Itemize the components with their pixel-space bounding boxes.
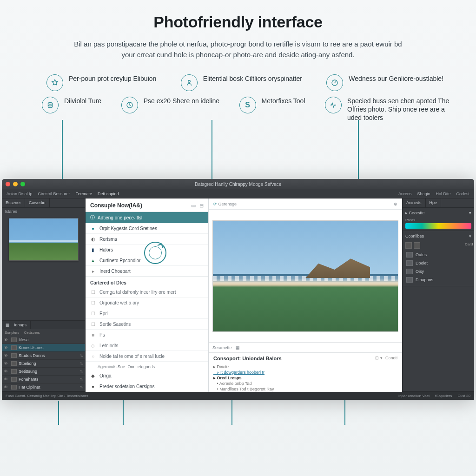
item-label: Eprl xyxy=(99,311,108,316)
checkbox-icon[interactable]: ☐ xyxy=(90,321,96,327)
tab[interactable]: Esserier xyxy=(2,198,25,207)
callout-text: Per-poun prot creylup Elibuion xyxy=(69,74,156,83)
checkbox-icon[interactable]: ☐ xyxy=(90,289,96,295)
layer-row[interactable]: 👁KonesUstnes xyxy=(2,344,85,352)
sub-item[interactable]: ☐Eprl xyxy=(86,308,208,319)
expand-icon[interactable]: ⊕ xyxy=(394,202,397,206)
swatch[interactable] xyxy=(405,242,412,249)
panel-subtab[interactable]: Cettsoers xyxy=(24,331,40,335)
layer-label: Studes Danns xyxy=(19,353,45,358)
menu-item[interactable]: Hol Dite xyxy=(436,192,450,196)
panel-item[interactable]: Oisy xyxy=(405,267,471,276)
layer-row[interactable]: 👁Fonehants⇅ xyxy=(2,376,85,383)
layer-row[interactable]: 👁Studes Danns⇅ xyxy=(2,352,85,360)
selected-option[interactable]: ⓘ Adtieng one pece- tlsl xyxy=(86,212,208,223)
chevron-icon: ⇅ xyxy=(80,354,83,358)
item-label: Orrga xyxy=(99,373,112,378)
option-item[interactable]: ▮Halors xyxy=(86,245,208,255)
bottom-list-item[interactable]: • Mandlises Tod t Begorett Ray xyxy=(213,386,397,392)
sub-item[interactable]: ☐Cernga tal dsfronly ineer liry ore mert xyxy=(86,287,208,298)
menu-item[interactable]: Aurens xyxy=(398,192,412,196)
tab[interactable]: Hpe xyxy=(426,198,442,207)
action-label[interactable]: Card xyxy=(465,242,471,249)
menu-item[interactable]: Anian Disol Ip xyxy=(7,192,33,196)
sub-item[interactable]: ○Nolde tal te ome of s rerall lucle xyxy=(86,351,208,362)
bottom-list-item[interactable]: • Aoresle onbp Tad xyxy=(213,381,397,386)
callout-bottom-2: S Metorfixes Tool xyxy=(239,97,305,122)
item-label: Rertsrns xyxy=(99,237,117,242)
panel-action-icon[interactable]: ▭ xyxy=(191,203,196,209)
titlebar[interactable]: Datsgred Hanlly Chirappy Mooge Sefvace xyxy=(2,179,474,189)
option-item[interactable]: ▲Curtineto Ppcondior xyxy=(86,255,208,266)
sub-item[interactable]: ☐Sertle Sasetins xyxy=(86,319,208,330)
layer-row[interactable]: 👁Setittsung⇅ xyxy=(2,368,85,376)
panel-subtab[interactable]: Sonplers xyxy=(5,331,20,335)
menu-icon[interactable]: ▾ xyxy=(469,234,471,238)
layer-swatch xyxy=(11,377,17,382)
tab[interactable]: Anineds xyxy=(403,198,426,207)
bottom-list-item[interactable]: ▸ Ored Lresps xyxy=(213,375,397,381)
panel-tab[interactable]: Ienags xyxy=(10,321,31,329)
layer-label: Stoeliong xyxy=(19,361,36,366)
item-label: Preder sodetaion Cersigns xyxy=(99,384,154,389)
item-icon: ◇ xyxy=(90,343,96,348)
sub-item[interactable]: ☐Orgonate wet a ory xyxy=(86,298,208,308)
callout-text: Specied buss sen chen apoted The Offries… xyxy=(347,97,450,122)
visibility-icon[interactable]: 👁 xyxy=(4,337,9,342)
bottom-list-item[interactable]: ▸ Diriole xyxy=(213,364,397,370)
visibility-icon[interactable]: 👁 xyxy=(4,377,9,382)
item-icon: ▸ xyxy=(90,268,96,274)
panel-item[interactable]: Dinapons xyxy=(405,276,471,284)
panel-item[interactable]: Outes xyxy=(405,251,471,259)
layer-row[interactable]: 👁Hat Ciplinet⇅ xyxy=(2,383,85,391)
menu-item[interactable]: Shogin xyxy=(417,192,430,196)
visibility-icon[interactable]: 👁 xyxy=(4,369,9,374)
swatch[interactable] xyxy=(414,242,420,249)
panel-item[interactable]: Dooiet xyxy=(405,259,471,267)
sub-item[interactable]: ■Ps xyxy=(86,330,208,340)
option-item[interactable]: ▸Inerd Choepart xyxy=(86,266,208,277)
dropdown-icon[interactable]: ⊟ ▾ xyxy=(375,356,383,360)
navigator-tabs: Esserier Cowertin xyxy=(2,198,85,208)
layer-swatch xyxy=(11,353,17,358)
visibility-icon[interactable]: 👁 xyxy=(4,345,9,350)
panel-action-icon[interactable]: ⊟ xyxy=(199,203,204,209)
refresh-icon[interactable]: ⟳ xyxy=(213,202,217,206)
section-label[interactable]: Ceorstte xyxy=(409,211,425,215)
visibility-icon[interactable]: 👁 xyxy=(4,385,9,390)
layers-icon[interactable]: ▦ xyxy=(2,321,10,329)
option-item[interactable]: ◐Rertsrns xyxy=(86,234,208,245)
person-icon xyxy=(181,74,198,91)
section-label[interactable]: Coonlibes xyxy=(405,234,424,238)
tab[interactable]: Cowertin xyxy=(25,198,50,207)
color-gradient[interactable] xyxy=(405,223,471,229)
canvas[interactable] xyxy=(209,210,402,342)
bottom-action[interactable]: Coneti xyxy=(385,356,397,360)
visibility-icon[interactable]: 👁 xyxy=(4,361,9,366)
footer-item[interactable]: ◆Orrga xyxy=(86,370,208,381)
visibility-icon[interactable]: 👁 xyxy=(4,353,9,358)
menu-item[interactable]: Dett capied xyxy=(98,192,119,196)
left-column: Esserier Cowertin Istares ▦ Ienags Sonpl… xyxy=(2,198,86,391)
bottom-tab[interactable]: Seramette xyxy=(212,345,232,350)
layer-row[interactable]: 👁Stoeliong⇅ xyxy=(2,360,85,368)
checkbox-icon[interactable]: ☐ xyxy=(90,300,96,305)
menu-item[interactable]: Cirectril Bessurer xyxy=(38,192,70,196)
footer-item[interactable]: ●Preder sodetaion Cersigns xyxy=(86,381,208,392)
document: Consuple Now(IA&) ▭ ⊟ ⓘ Adtieng one pece… xyxy=(86,198,402,392)
menu-item[interactable]: Feemate xyxy=(76,192,93,196)
bottom-list-item[interactable]: ▹ It dowgarders hooberl tr xyxy=(213,370,397,375)
canvas-tab[interactable]: Gerensge xyxy=(218,202,237,206)
menu-item[interactable]: Codest xyxy=(456,192,469,196)
navigator-thumbnail[interactable] xyxy=(9,218,79,261)
item-thumb xyxy=(406,260,413,266)
layer-row[interactable]: 👁Iifesa xyxy=(2,336,85,344)
sub-item[interactable]: ◇Letnindts xyxy=(86,340,208,351)
item-label: Dooiet xyxy=(416,261,428,265)
menu-icon[interactable]: ▾ xyxy=(469,211,471,215)
checkbox-icon[interactable]: ☐ xyxy=(90,311,96,316)
grid-icon[interactable]: ▦ xyxy=(236,345,240,350)
item-label: Outes xyxy=(416,252,427,257)
center-area: Consuple Now(IA&) ▭ ⊟ ⓘ Adtieng one pece… xyxy=(86,198,402,391)
option-item[interactable]: ●Orpit Kygests Cord Sretines xyxy=(86,223,208,234)
